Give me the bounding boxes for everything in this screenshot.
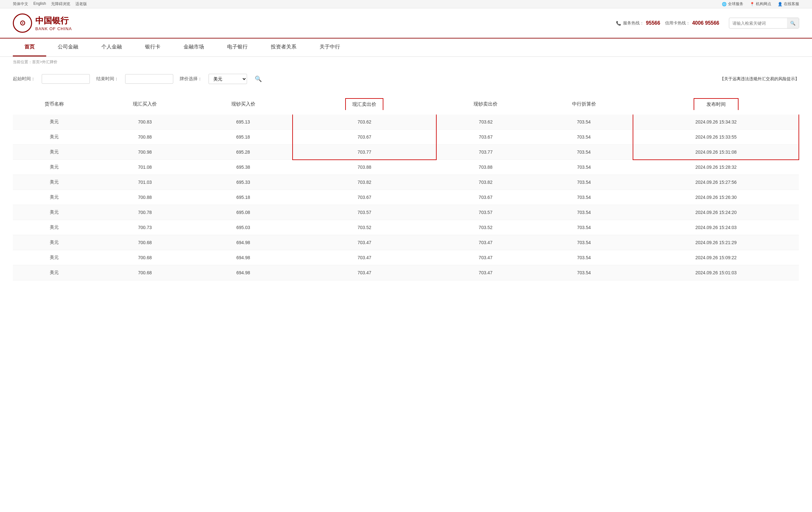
cell-boc-rate: 703.54	[535, 145, 633, 160]
nav-item-card[interactable]: 银行卡	[134, 38, 172, 56]
table-row: 美元700.98695.28703.77703.77703.542024.09.…	[13, 145, 799, 160]
cell-time: 2024.09.26 15:28:32	[633, 160, 799, 175]
cell-cash-buy: 694.98	[194, 265, 293, 280]
table-row: 美元701.08695.38703.88703.88703.542024.09.…	[13, 160, 799, 175]
lang-en[interactable]: English	[33, 1, 46, 7]
cell-spot-buy: 701.08	[96, 160, 194, 175]
cell-currency: 美元	[13, 205, 96, 220]
filter-search-icon: 🔍	[255, 76, 262, 82]
start-time-label: 起始时间：	[13, 76, 35, 82]
cell-spot-buy: 700.88	[96, 190, 194, 205]
cell-time: 2024.09.26 15:24:20	[633, 205, 799, 220]
end-time-input[interactable]	[125, 74, 173, 84]
filter-row: 起始时间： 结束时间： 牌价选择： 美元 欧元 英镑 日元 港元 🔍 【关于远离…	[13, 74, 799, 84]
cell-cash-sell: 703.47	[436, 235, 535, 250]
cell-cash-sell: 703.77	[436, 145, 535, 160]
cell-time: 2024.09.26 15:26:30	[633, 190, 799, 205]
cell-cash-buy: 695.33	[194, 175, 293, 190]
currency-select[interactable]: 美元 欧元 英镑 日元 港元	[208, 74, 247, 84]
hotline-label: 服务热线：	[623, 20, 644, 26]
col-header-currency: 货币名称	[13, 94, 96, 115]
nav-item-about[interactable]: 关于中行	[308, 38, 352, 56]
cell-spot-sell: 703.82	[293, 175, 437, 190]
cell-cash-buy: 695.18	[194, 190, 293, 205]
search-box: 🔍	[729, 18, 799, 29]
search-button[interactable]: 🔍	[787, 18, 799, 29]
table-header-row: 货币名称 现汇买入价 现钞买入价 现汇卖出价 现钞卖出价 中行折算价 发布时间	[13, 94, 799, 115]
breadcrumb: 当前位置：首页>外汇牌价	[0, 57, 812, 67]
risk-notice: 【关于远离违法违规外汇交易的风险提示】	[720, 76, 799, 82]
cell-spot-buy: 700.88	[96, 130, 194, 145]
cell-spot-sell: 703.47	[293, 250, 437, 265]
cell-boc-rate: 703.54	[535, 250, 633, 265]
cell-time: 2024.09.26 15:09:22	[633, 250, 799, 265]
risk-notice-text: 【关于远离违法违规外汇交易的风险提示】	[720, 76, 799, 81]
col-header-cash-sell: 现钞卖出价	[436, 94, 535, 115]
global-service[interactable]: 🌐 全球服务	[722, 1, 743, 7]
cell-spot-buy: 701.03	[96, 175, 194, 190]
search-input[interactable]	[729, 21, 787, 26]
cell-cash-sell: 703.82	[436, 175, 535, 190]
cell-spot-sell: 703.47	[293, 235, 437, 250]
nav-item-personal[interactable]: 个人金融	[90, 38, 134, 56]
end-time-label: 结束时间：	[96, 76, 119, 82]
currency-label: 牌价选择：	[180, 76, 202, 82]
cell-boc-rate: 703.54	[535, 115, 633, 130]
cell-cash-sell: 703.62	[436, 115, 535, 130]
cell-cash-buy: 695.28	[194, 145, 293, 160]
person-icon: 👤	[778, 2, 782, 6]
nav-item-corporate[interactable]: 公司金融	[46, 38, 90, 56]
table-row: 美元700.68694.98703.47703.47703.542024.09.…	[13, 235, 799, 250]
logo-icon: ⊙	[13, 13, 32, 33]
branch-locator[interactable]: 📍 机构网点	[750, 1, 771, 7]
cell-boc-rate: 703.54	[535, 190, 633, 205]
filter-search-button[interactable]: 🔍	[254, 74, 263, 84]
logo-cn: 中国银行	[35, 15, 72, 26]
nav-item-market[interactable]: 金融市场	[172, 38, 215, 56]
accessible-browse[interactable]: 无障碍浏览	[51, 1, 70, 7]
cell-cash-sell: 703.88	[436, 160, 535, 175]
cell-spot-buy: 700.68	[96, 235, 194, 250]
cell-spot-sell: 703.57	[293, 205, 437, 220]
nav-item-investor[interactable]: 投资者关系	[259, 38, 308, 56]
cell-spot-buy: 700.68	[96, 265, 194, 280]
cell-boc-rate: 703.54	[535, 160, 633, 175]
cell-boc-rate: 703.54	[535, 175, 633, 190]
cell-spot-buy: 700.78	[96, 205, 194, 220]
cell-time: 2024.09.26 15:27:56	[633, 175, 799, 190]
cell-currency: 美元	[13, 220, 96, 235]
nav-item-ebank[interactable]: 电子银行	[215, 38, 259, 56]
cell-spot-sell: 703.67	[293, 190, 437, 205]
elderly-mode[interactable]: 适老版	[76, 1, 87, 7]
cell-time: 2024.09.26 15:21:29	[633, 235, 799, 250]
hotline-area: 📞 服务热线： 95566 信用卡热线： 4006 95566	[616, 20, 719, 26]
cell-currency: 美元	[13, 160, 96, 175]
table-row: 美元700.88695.18703.67703.67703.542024.09.…	[13, 190, 799, 205]
col-header-boc-rate: 中行折算价	[535, 94, 633, 115]
location-icon: 📍	[750, 2, 755, 6]
cell-currency: 美元	[13, 130, 96, 145]
cell-cash-buy: 695.38	[194, 160, 293, 175]
exchange-rate-table-wrapper: 货币名称 现汇买入价 现钞买入价 现汇卖出价 现钞卖出价 中行折算价 发布时间	[13, 94, 799, 280]
cell-spot-sell: 703.52	[293, 220, 437, 235]
start-time-input[interactable]	[42, 74, 90, 84]
breadcrumb-text: 当前位置：首页>外汇牌价	[13, 60, 57, 64]
nav-item-home[interactable]: 首页	[13, 38, 46, 56]
cell-spot-sell: 703.77	[293, 145, 437, 160]
cell-spot-sell: 703.62	[293, 115, 437, 130]
cell-spot-sell: 703.88	[293, 160, 437, 175]
header-right: 📞 服务热线： 95566 信用卡热线： 4006 95566 🔍	[616, 18, 799, 29]
cell-cash-sell: 703.47	[436, 265, 535, 280]
cell-spot-buy: 700.73	[96, 220, 194, 235]
cell-boc-rate: 703.54	[535, 205, 633, 220]
cell-boc-rate: 703.54	[535, 220, 633, 235]
table-row: 美元700.68694.98703.47703.47703.542024.09.…	[13, 250, 799, 265]
top-bar-lang: 简体中文 English 无障碍浏览 适老版	[13, 1, 87, 7]
online-service[interactable]: 👤 在线客服	[778, 1, 799, 7]
table-row: 美元700.68694.98703.47703.47703.542024.09.…	[13, 265, 799, 280]
content-area: 起始时间： 结束时间： 牌价选择： 美元 欧元 英镑 日元 港元 🔍 【关于远离…	[0, 67, 812, 287]
lang-cn[interactable]: 简体中文	[13, 1, 28, 7]
top-bar: 简体中文 English 无障碍浏览 适老版 🌐 全球服务 📍 机构网点 👤 在…	[0, 0, 812, 8]
cell-cash-buy: 694.98	[194, 250, 293, 265]
cell-currency: 美元	[13, 235, 96, 250]
